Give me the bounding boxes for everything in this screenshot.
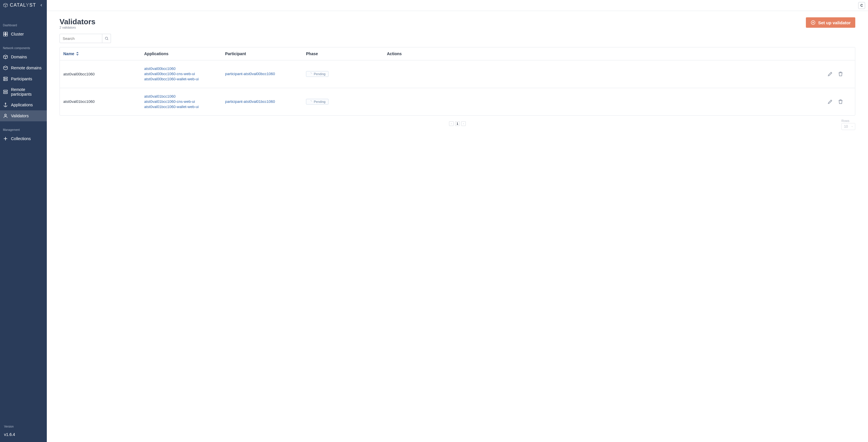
col-name[interactable]: Name xyxy=(63,52,144,56)
svg-rect-3 xyxy=(6,34,7,36)
brand-text: CATALYST xyxy=(10,3,36,8)
version-label: Version xyxy=(4,425,43,428)
sidebar-item-label: Applications xyxy=(11,102,33,107)
search-icon xyxy=(104,36,108,40)
box-remote-icon xyxy=(3,65,8,70)
phase-badge: Pending xyxy=(306,71,329,77)
server-remote-icon xyxy=(3,89,8,94)
svg-rect-9 xyxy=(3,92,7,94)
trash-icon xyxy=(838,71,843,77)
col-participant: Participant xyxy=(225,52,306,56)
sidebar-item-participants[interactable]: Participants xyxy=(0,73,47,84)
rows-select[interactable]: 10 xyxy=(841,123,855,130)
name-cell: atst0val01bcc1060 xyxy=(63,99,144,104)
anchor-icon xyxy=(3,102,8,107)
delete-button[interactable] xyxy=(838,71,843,77)
setup-validator-button[interactable]: Set up validator xyxy=(806,17,855,28)
edit-icon xyxy=(827,99,833,104)
application-link[interactable]: atst0val00bcc1060-wallet-web-ui xyxy=(144,76,225,82)
participant-link[interactable]: participant-atst0val00bcc1060 xyxy=(225,71,306,76)
user-menu[interactable]: C xyxy=(858,2,865,9)
page-head: Validators 2 validators Set up validator xyxy=(60,17,855,29)
pagination-row: 1 Rows 10 xyxy=(60,121,855,126)
sidebar-item-domains[interactable]: Domains xyxy=(0,52,47,62)
loading-icon xyxy=(309,100,312,103)
rows-value: 10 xyxy=(844,125,848,129)
svg-rect-2 xyxy=(3,34,5,36)
trash-icon xyxy=(838,99,843,104)
section-label-dashboard: Dashboard xyxy=(0,12,47,29)
svg-point-6 xyxy=(4,78,5,78)
collapse-sidebar-button[interactable] xyxy=(39,3,44,8)
svg-point-7 xyxy=(4,80,5,80)
plus-icon xyxy=(3,136,8,141)
phase-cell: Pending xyxy=(306,99,387,104)
table-row: atst0val01bcc1060atst0val01bcc1060atst0v… xyxy=(60,88,855,116)
sidebar-item-remote-domains[interactable]: Remote domains xyxy=(0,62,47,73)
sidebar-item-label: Domains xyxy=(11,55,27,59)
page-prev[interactable] xyxy=(449,121,454,126)
delete-button[interactable] xyxy=(838,99,843,104)
actions-cell xyxy=(387,71,851,77)
search-row xyxy=(60,34,855,43)
search-button[interactable] xyxy=(102,34,111,43)
svg-rect-8 xyxy=(3,90,7,92)
page-1[interactable]: 1 xyxy=(455,121,460,126)
loading-icon xyxy=(309,72,312,75)
chevron-right-icon xyxy=(462,123,465,125)
svg-point-11 xyxy=(5,114,6,116)
section-label-network: Network components xyxy=(0,39,47,52)
edit-button[interactable] xyxy=(827,99,833,104)
version-text: v1.6.4 xyxy=(4,432,43,437)
chevron-left-icon xyxy=(450,123,453,125)
version-block: Version v1.6.4 xyxy=(0,425,47,442)
participant-link[interactable]: participant-atst0val01bcc1060 xyxy=(225,99,306,104)
svg-rect-1 xyxy=(6,32,7,34)
application-link[interactable]: atst0val00bcc1060 xyxy=(144,66,225,71)
table-row: atst0val00bcc1060atst0val00bcc1060atst0v… xyxy=(60,60,855,88)
col-phase: Phase xyxy=(306,52,387,56)
svg-rect-0 xyxy=(3,32,5,34)
application-link[interactable]: atst0val00bcc1060-cns-web-ui xyxy=(144,71,225,76)
search-input[interactable] xyxy=(60,34,102,43)
sidebar-item-label: Remote domains xyxy=(11,66,41,70)
sidebar-item-label: Validators xyxy=(11,114,29,118)
actions-cell xyxy=(387,99,851,104)
sidebar-item-applications[interactable]: Applications xyxy=(0,99,47,110)
validators-table: Name Applications Participant Phase Acti… xyxy=(60,47,855,116)
pager: 1 xyxy=(449,121,466,126)
sidebar-item-remote-participants[interactable]: Remote participants xyxy=(0,84,47,99)
participant-cell: participant-atst0val01bcc1060 xyxy=(225,99,306,104)
topbar: C xyxy=(47,0,868,11)
svg-point-13 xyxy=(105,37,107,39)
user-icon xyxy=(3,113,8,119)
plus-circle-icon xyxy=(810,20,816,25)
phase-badge: Pending xyxy=(306,99,329,104)
edit-button[interactable] xyxy=(827,71,833,77)
sidebar: CATALYST Dashboard Cluster Network compo… xyxy=(0,0,47,442)
page-next[interactable] xyxy=(461,121,466,126)
content: Validators 2 validators Set up validator… xyxy=(47,11,868,132)
sidebar-item-cluster[interactable]: Cluster xyxy=(0,29,47,39)
sidebar-item-validators[interactable]: Validators xyxy=(0,110,47,121)
applications-cell: atst0val00bcc1060atst0val00bcc1060-cns-w… xyxy=(144,66,225,82)
sidebar-item-label: Participants xyxy=(11,76,32,81)
sidebar-item-label: Cluster xyxy=(11,32,24,36)
sidebar-item-collections[interactable]: Collections xyxy=(0,133,47,144)
application-link[interactable]: atst0val01bcc1060 xyxy=(144,94,225,99)
applications-cell: atst0val01bcc1060atst0val01bcc1060-cns-w… xyxy=(144,94,225,110)
sidebar-header: CATALYST xyxy=(0,0,47,12)
phase-cell: Pending xyxy=(306,71,387,77)
col-actions: Actions xyxy=(387,52,851,56)
chevron-left-icon xyxy=(39,3,43,7)
application-link[interactable]: atst0val01bcc1060-wallet-web-ui xyxy=(144,104,225,109)
main: C Validators 2 validators Set up validat… xyxy=(47,0,868,442)
brand-logo: CATALYST xyxy=(3,3,36,8)
grid-icon xyxy=(3,31,8,37)
sidebar-item-label: Remote participants xyxy=(11,87,44,96)
server-icon xyxy=(3,76,8,82)
name-cell: atst0val00bcc1060 xyxy=(63,72,144,76)
table-header: Name Applications Participant Phase Acti… xyxy=(60,48,855,60)
col-label: Name xyxy=(63,52,74,56)
application-link[interactable]: atst0val01bcc1060-cns-web-ui xyxy=(144,99,225,104)
